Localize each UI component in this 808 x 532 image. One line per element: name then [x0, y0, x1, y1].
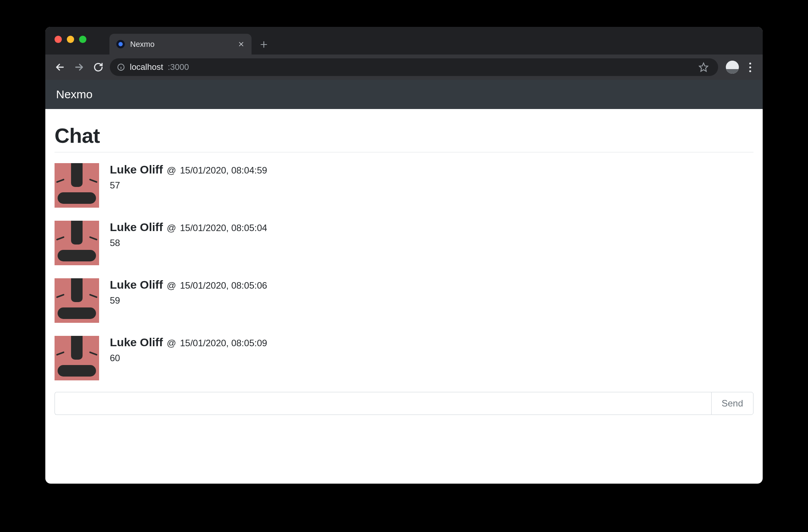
nav-reload-button[interactable]	[91, 59, 106, 75]
message-body: Luke Oliff @ 15/01/2020, 08:05:04 58	[110, 221, 267, 248]
address-bar[interactable]: localhost:3000	[110, 58, 718, 76]
new-tab-button[interactable]	[255, 36, 272, 53]
message-row: Luke Oliff @ 15/01/2020, 08:05:04 58	[55, 221, 753, 265]
message-body: Luke Oliff @ 15/01/2020, 08:05:06 59	[110, 278, 267, 306]
message-text: 59	[110, 295, 267, 306]
app-brand-link[interactable]: Nexmo	[56, 88, 93, 101]
site-info-icon[interactable]	[117, 63, 125, 71]
message-time: 15/01/2020, 08:04:59	[180, 165, 267, 176]
message-input[interactable]	[55, 392, 711, 415]
message-time: 15/01/2020, 08:05:06	[180, 280, 267, 291]
send-button[interactable]: Send	[711, 392, 753, 415]
nav-back-button[interactable]	[52, 59, 68, 75]
message-avatar	[55, 278, 99, 323]
message-text: 60	[110, 353, 267, 363]
message-list: Luke Oliff @ 15/01/2020, 08:04:59 57 Luk…	[55, 163, 753, 380]
message-header: Luke Oliff @ 15/01/2020, 08:05:04	[110, 221, 267, 234]
message-avatar	[55, 163, 99, 208]
message-user: Luke Oliff	[110, 336, 163, 349]
window-minimize-button[interactable]	[67, 36, 74, 43]
compose-form: Send	[55, 392, 753, 415]
browser-toolbar: localhost:3000	[45, 55, 763, 80]
svg-marker-3	[699, 63, 708, 71]
window-zoom-button[interactable]	[79, 36, 86, 43]
message-header: Luke Oliff @ 15/01/2020, 08:05:06	[110, 278, 267, 291]
toolbar-right	[726, 61, 756, 74]
app-navbar: Nexmo	[45, 80, 763, 109]
tab-favicon-icon	[116, 40, 125, 48]
browser-window: Nexmo localhost:	[45, 27, 763, 484]
tab-close-button[interactable]	[238, 41, 245, 48]
message-body: Luke Oliff @ 15/01/2020, 08:04:59 57	[110, 163, 267, 191]
message-user: Luke Oliff	[110, 221, 163, 234]
message-header: Luke Oliff @ 15/01/2020, 08:04:59	[110, 163, 267, 176]
message-row: Luke Oliff @ 15/01/2020, 08:05:06 59	[55, 278, 753, 323]
bookmark-star-icon[interactable]	[696, 59, 711, 75]
message-text: 58	[110, 238, 267, 248]
page-content: Chat Luke Oliff @ 15/01/2020, 08:04:59 5…	[45, 109, 763, 424]
message-avatar	[55, 221, 99, 265]
window-controls	[55, 36, 86, 43]
window-close-button[interactable]	[55, 36, 62, 43]
browser-chrome: Nexmo localhost:	[45, 27, 763, 80]
message-row: Luke Oliff @ 15/01/2020, 08:04:59 57	[55, 163, 753, 208]
profile-avatar-button[interactable]	[726, 61, 739, 74]
message-text: 57	[110, 180, 267, 191]
url-host: localhost	[130, 62, 163, 72]
browser-tab[interactable]: Nexmo	[109, 34, 252, 55]
at-symbol: @	[167, 165, 176, 176]
nav-forward-button[interactable]	[71, 59, 87, 75]
tab-title: Nexmo	[130, 40, 232, 49]
at-symbol: @	[167, 223, 176, 233]
page-title: Chat	[55, 124, 753, 152]
at-symbol: @	[167, 280, 176, 291]
message-user: Luke Oliff	[110, 278, 163, 291]
message-row: Luke Oliff @ 15/01/2020, 08:05:09 60	[55, 336, 753, 380]
at-symbol: @	[167, 338, 176, 349]
message-avatar	[55, 336, 99, 380]
message-time: 15/01/2020, 08:05:04	[180, 223, 267, 233]
message-user: Luke Oliff	[110, 163, 163, 176]
url-port: :3000	[168, 62, 189, 72]
browser-menu-button[interactable]	[744, 63, 756, 72]
message-body: Luke Oliff @ 15/01/2020, 08:05:09 60	[110, 336, 267, 363]
message-header: Luke Oliff @ 15/01/2020, 08:05:09	[110, 336, 267, 349]
message-time: 15/01/2020, 08:05:09	[180, 338, 267, 349]
tab-strip: Nexmo	[45, 27, 763, 55]
